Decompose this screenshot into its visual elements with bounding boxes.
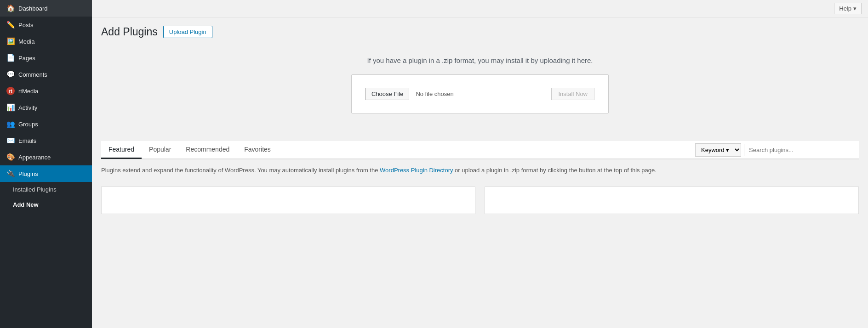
appearance-icon: 🎨	[6, 153, 15, 161]
sidebar-item-label: Groups	[18, 121, 38, 128]
sidebar-item-emails[interactable]: ✉️ Emails	[0, 132, 92, 149]
plugin-cards-row	[101, 187, 859, 214]
sidebar-item-label: Media	[18, 38, 34, 45]
sidebar-item-add-new[interactable]: Add New	[0, 197, 92, 212]
no-file-text: No file chosen	[416, 90, 453, 97]
tab-recommended[interactable]: Recommended	[178, 141, 237, 159]
keyword-select[interactable]: Keyword ▾	[695, 143, 741, 157]
sidebar-item-label: Posts	[18, 22, 34, 28]
pages-icon: 📄	[6, 54, 15, 62]
sidebar-item-installed-plugins[interactable]: Installed Plugins	[0, 182, 92, 197]
help-label: Help	[839, 5, 851, 12]
sidebar-item-label: Plugins	[18, 170, 38, 177]
sidebar-item-appearance[interactable]: 🎨 Appearance	[0, 149, 92, 165]
plugin-description: Plugins extend and expand the functional…	[101, 159, 859, 180]
description-text-end: or upload a plugin in .zip format by cli…	[453, 167, 656, 174]
sidebar-item-label: Activity	[18, 104, 37, 111]
sidebar-item-posts[interactable]: ✏️ Posts	[0, 17, 92, 33]
install-now-button[interactable]: Install Now	[551, 88, 594, 100]
sidebar-item-label: rtMedia	[18, 88, 38, 95]
sidebar-item-label: Installed Plugins	[13, 186, 57, 193]
page-title: Add Plugins	[101, 26, 158, 38]
sidebar-item-activity[interactable]: 📊 Activity	[0, 99, 92, 116]
activity-icon: 📊	[6, 103, 15, 112]
help-button[interactable]: Help ▾	[834, 3, 862, 14]
sidebar-item-pages[interactable]: 📄 Pages	[0, 50, 92, 66]
upload-box: Choose File No file chosen Install Now	[351, 74, 609, 113]
emails-icon: ✉️	[6, 136, 15, 145]
posts-icon: ✏️	[6, 21, 15, 29]
plugins-icon: 🔌	[6, 170, 15, 178]
sidebar-item-dashboard[interactable]: 🏠 Dashboard	[0, 0, 92, 17]
plugin-card-1	[101, 187, 475, 214]
dashboard-icon: 🏠	[6, 4, 15, 12]
sidebar-item-label: Dashboard	[18, 5, 48, 12]
media-icon: 🖼️	[6, 37, 15, 45]
sidebar-item-groups[interactable]: 👥 Groups	[0, 116, 92, 132]
sidebar-item-label: Pages	[18, 55, 35, 62]
topbar: Help ▾	[92, 0, 868, 17]
upload-info-text: If you have a plugin in a .zip format, y…	[101, 57, 859, 64]
upload-plugin-button[interactable]: Upload Plugin	[163, 26, 212, 38]
sidebar-item-label: Comments	[18, 71, 47, 78]
search-input[interactable]	[744, 144, 854, 156]
rtmedia-icon: rt	[6, 87, 15, 95]
groups-icon: 👥	[6, 120, 15, 128]
page-title-row: Add Plugins Upload Plugin	[101, 26, 859, 38]
page-content: Add Plugins Upload Plugin If you have a …	[92, 17, 868, 222]
tab-featured[interactable]: Featured	[101, 141, 142, 159]
choose-file-button[interactable]: Choose File	[365, 88, 409, 100]
tab-popular[interactable]: Popular	[142, 141, 178, 159]
upload-section: If you have a plugin in a .zip format, y…	[101, 47, 859, 127]
sidebar: 🏠 Dashboard ✏️ Posts 🖼️ Media 📄 Pages 💬 …	[0, 0, 92, 328]
sidebar-item-label: Add New	[13, 201, 39, 208]
comments-icon: 💬	[6, 70, 15, 79]
filter-section: Featured Popular Recommended Favorites K…	[101, 141, 859, 159]
sidebar-item-label: Appearance	[18, 154, 51, 161]
sidebar-item-rtmedia[interactable]: rt rtMedia	[0, 83, 92, 99]
plugin-directory-link[interactable]: WordPress Plugin Directory	[380, 167, 453, 174]
search-row: Keyword ▾	[695, 143, 859, 157]
sidebar-item-media[interactable]: 🖼️ Media	[0, 33, 92, 50]
help-arrow-icon: ▾	[853, 5, 857, 12]
description-text-start: Plugins extend and expand the functional…	[101, 167, 380, 174]
plugin-card-2	[485, 187, 859, 214]
tab-favorites[interactable]: Favorites	[237, 141, 278, 159]
sidebar-item-label: Emails	[18, 137, 36, 144]
filter-tabs: Featured Popular Recommended Favorites K…	[101, 141, 859, 159]
main-content: Help ▾ Add Plugins Upload Plugin If you …	[92, 0, 868, 328]
sidebar-item-plugins[interactable]: 🔌 Plugins	[0, 165, 92, 182]
sidebar-item-comments[interactable]: 💬 Comments	[0, 66, 92, 83]
